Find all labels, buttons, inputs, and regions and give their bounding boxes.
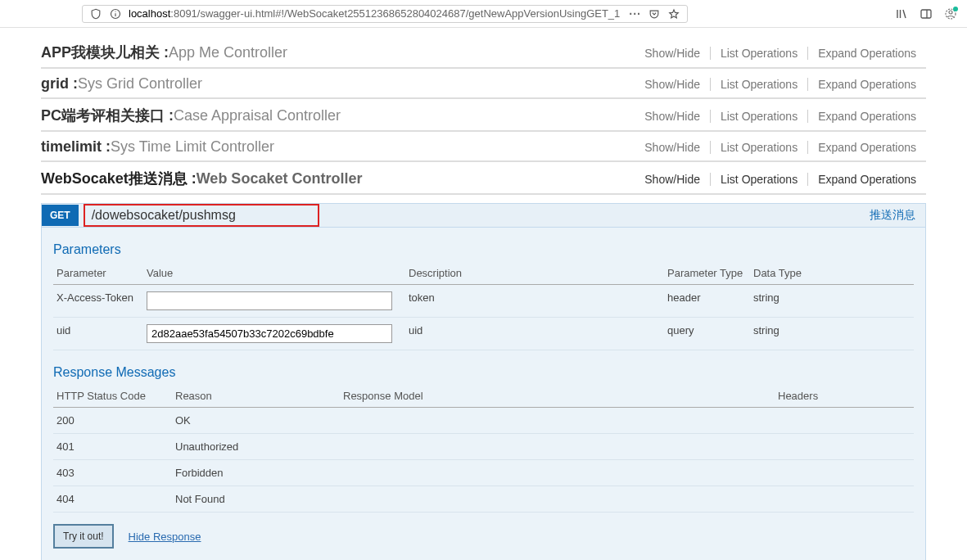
section-action-link[interactable]: Expand Operations bbox=[808, 47, 926, 60]
shield-icon bbox=[89, 7, 102, 20]
resp-headers bbox=[775, 408, 914, 434]
section-actions: Show/HideList OperationsExpand Operation… bbox=[635, 110, 926, 123]
resp-reason: Not Found bbox=[172, 486, 340, 513]
param-desc: token bbox=[405, 285, 664, 318]
section-title: timelimit : bbox=[41, 138, 111, 156]
param-datatype: string bbox=[750, 285, 914, 318]
section-subtitle: Sys Grid Controller bbox=[78, 75, 202, 93]
section-subtitle: Web Socaket Controller bbox=[197, 170, 363, 187]
param-input[interactable] bbox=[147, 291, 392, 310]
section-subtitle: Case Appraisal Controller bbox=[174, 107, 341, 124]
browser-right-icons bbox=[895, 7, 957, 20]
pocket-icon[interactable] bbox=[648, 7, 661, 20]
response-row: 403Forbidden bbox=[53, 460, 914, 486]
browser-toolbar: localhost:8091/swagger-ui.html#!/WebSoca… bbox=[0, 0, 967, 28]
param-desc: uid bbox=[405, 318, 664, 350]
resp-model bbox=[340, 486, 775, 513]
col-status-code: HTTP Status Code bbox=[53, 385, 172, 408]
section-action-link[interactable]: Show/Hide bbox=[635, 47, 711, 60]
section-title: WebSocaket推送消息 : bbox=[41, 169, 197, 188]
param-row: X-Access-Tokentokenheaderstring bbox=[53, 285, 914, 318]
http-method-badge: GET bbox=[42, 205, 79, 226]
response-row: 200OK bbox=[53, 408, 914, 434]
section-action-link[interactable]: Expand Operations bbox=[808, 141, 926, 154]
param-datatype: string bbox=[750, 318, 914, 350]
col-response-model: Response Model bbox=[340, 385, 775, 408]
col-param-type: Parameter Type bbox=[664, 262, 750, 285]
resp-code: 404 bbox=[53, 486, 172, 513]
section-subtitle: Sys Time Limit Controller bbox=[111, 138, 274, 156]
section-action-link[interactable]: Show/Hide bbox=[635, 173, 711, 186]
resp-headers bbox=[775, 460, 914, 486]
api-section-header[interactable]: APP我模块儿相关 : App Me ControllerShow/HideLi… bbox=[41, 36, 926, 69]
response-messages-heading: Response Messages bbox=[53, 365, 914, 380]
endpoint-header[interactable]: GET /dowebsocaket/pushmsg 推送消息 bbox=[41, 203, 926, 228]
param-value-cell bbox=[143, 285, 405, 318]
url-text: localhost:8091/swagger-ui.html#!/WebSoca… bbox=[129, 7, 622, 20]
api-section-header[interactable]: WebSocaket推送消息 : Web Socaket ControllerS… bbox=[41, 162, 926, 195]
section-action-link[interactable]: Show/Hide bbox=[635, 78, 711, 91]
resp-code: 401 bbox=[53, 434, 172, 460]
resp-headers bbox=[775, 434, 914, 460]
response-row: 404Not Found bbox=[53, 486, 914, 513]
col-parameter: Parameter bbox=[53, 262, 143, 285]
section-subtitle: App Me Controller bbox=[169, 44, 287, 61]
svg-point-9 bbox=[949, 11, 952, 14]
param-name: uid bbox=[53, 318, 143, 350]
section-action-link[interactable]: Expand Operations bbox=[808, 110, 926, 123]
section-action-link[interactable]: Expand Operations bbox=[808, 78, 926, 91]
section-actions: Show/HideList OperationsExpand Operation… bbox=[635, 47, 926, 60]
resp-headers bbox=[775, 486, 914, 513]
resp-model bbox=[340, 434, 775, 460]
section-action-link[interactable]: List Operations bbox=[711, 47, 808, 60]
section-actions: Show/HideList OperationsExpand Operation… bbox=[635, 141, 926, 154]
section-title: grid : bbox=[41, 75, 78, 93]
endpoint-path: /dowebsocaket/pushmsg bbox=[84, 204, 319, 227]
resp-reason: Forbidden bbox=[172, 460, 340, 486]
resp-code: 403 bbox=[53, 460, 172, 486]
api-section-header[interactable]: PC端考评相关接口 : Case Appraisal ControllerSho… bbox=[41, 99, 926, 132]
page-content: APP我模块儿相关 : App Me ControllerShow/HideLi… bbox=[0, 28, 967, 560]
param-value-cell bbox=[143, 318, 405, 350]
parameters-heading: Parameters bbox=[53, 242, 914, 257]
section-action-link[interactable]: List Operations bbox=[711, 173, 808, 186]
col-headers: Headers bbox=[775, 385, 914, 408]
section-action-link[interactable]: List Operations bbox=[711, 78, 808, 91]
section-actions: Show/HideList OperationsExpand Operation… bbox=[635, 173, 926, 186]
section-action-link[interactable]: List Operations bbox=[711, 110, 808, 123]
more-dots[interactable]: ··· bbox=[629, 7, 641, 20]
section-action-link[interactable]: Show/Hide bbox=[635, 110, 711, 123]
param-type: header bbox=[664, 285, 750, 318]
param-type: query bbox=[664, 318, 750, 350]
param-input[interactable] bbox=[147, 324, 392, 343]
param-name: X-Access-Token bbox=[53, 285, 143, 318]
col-reason: Reason bbox=[172, 385, 340, 408]
section-title: APP我模块儿相关 : bbox=[41, 43, 169, 62]
col-data-type: Data Type bbox=[750, 262, 914, 285]
svg-line-5 bbox=[903, 10, 906, 18]
svg-point-2 bbox=[115, 11, 115, 11]
library-icon[interactable] bbox=[895, 7, 908, 20]
section-action-link[interactable]: Expand Operations bbox=[808, 173, 926, 186]
star-icon[interactable] bbox=[667, 7, 680, 20]
col-value: Value bbox=[143, 262, 405, 285]
url-bar[interactable]: localhost:8091/swagger-ui.html#!/WebSoca… bbox=[82, 5, 688, 23]
resp-reason: OK bbox=[172, 408, 340, 434]
section-title: PC端考评相关接口 : bbox=[41, 106, 174, 125]
try-it-out-button[interactable]: Try it out! bbox=[53, 524, 114, 549]
resp-model bbox=[340, 460, 775, 486]
parameters-table: Parameter Value Description Parameter Ty… bbox=[53, 262, 914, 350]
api-section-header[interactable]: grid : Sys Grid ControllerShow/HideList … bbox=[41, 69, 926, 99]
responses-table: HTTP Status Code Reason Response Model H… bbox=[53, 385, 914, 513]
endpoint-desc: 推送消息 bbox=[870, 208, 925, 223]
account-icon[interactable] bbox=[944, 7, 957, 20]
endpoint-panel: Parameters Parameter Value Description P… bbox=[41, 228, 926, 560]
svg-rect-6 bbox=[921, 10, 931, 18]
sidebar-icon[interactable] bbox=[920, 7, 933, 20]
section-action-link[interactable]: List Operations bbox=[711, 141, 808, 154]
api-section-header[interactable]: timelimit : Sys Time Limit ControllerSho… bbox=[41, 132, 926, 162]
resp-model bbox=[340, 408, 775, 434]
resp-reason: Unauthorized bbox=[172, 434, 340, 460]
section-action-link[interactable]: Show/Hide bbox=[635, 141, 711, 154]
hide-response-link[interactable]: Hide Response bbox=[129, 531, 201, 543]
